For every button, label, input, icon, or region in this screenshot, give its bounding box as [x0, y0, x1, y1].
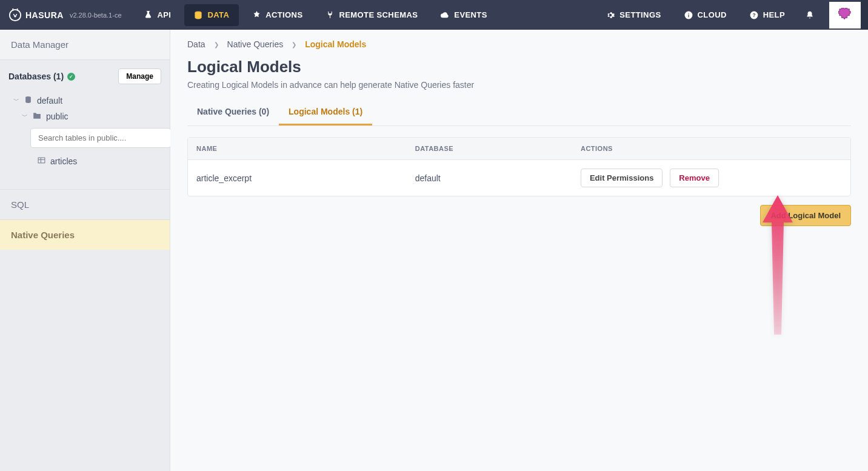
- sidebar-header: Data Manager: [0, 30, 170, 60]
- svg-rect-4: [688, 13, 689, 13]
- nav-remote-schemas[interactable]: REMOTE SCHEMAS: [316, 4, 427, 26]
- tab-native-queries[interactable]: Native Queries (0): [187, 101, 279, 125]
- page-subtitle: Creating Logical Models in advance can h…: [170, 80, 868, 101]
- plug-icon: [326, 11, 334, 19]
- cloud-icon: [441, 11, 449, 19]
- nav-actions[interactable]: ACTIONS: [242, 4, 312, 26]
- sidebar: Data Manager Databases (1) ✓ Manage ﹀ de…: [0, 30, 170, 471]
- db-tree: ﹀ default ﹀ public articles: [0, 93, 170, 170]
- info-icon: [684, 11, 693, 19]
- database-icon: [24, 96, 32, 105]
- nav-help-label: HELP: [763, 10, 785, 19]
- nav-api-label: API: [158, 10, 172, 19]
- schema-node-public[interactable]: ﹀ public: [8, 109, 161, 124]
- nav-events[interactable]: EVENTS: [431, 4, 496, 26]
- databases-header: Databases (1) ✓ Manage: [0, 60, 170, 93]
- database-icon: [194, 11, 202, 19]
- nav-data[interactable]: DATA: [184, 4, 239, 26]
- schema-name: public: [46, 112, 68, 121]
- actions-icon: [252, 11, 261, 19]
- nav-cloud-label: CLOUD: [698, 10, 727, 19]
- version-label: v2.28.0-beta.1-ce: [70, 12, 122, 19]
- flask-icon: [144, 11, 153, 19]
- nav-cloud[interactable]: CLOUD: [675, 4, 736, 26]
- edit-permissions-button[interactable]: Edit Permissions: [581, 169, 663, 187]
- crumb-native-queries[interactable]: Native Queries: [227, 39, 284, 49]
- chevron-down-icon: ﹀: [13, 96, 19, 105]
- table-name: articles: [50, 156, 77, 166]
- sidebar-link-sql[interactable]: SQL: [0, 189, 170, 219]
- svg-point-0: [10, 9, 21, 20]
- cell-actions: Edit Permissions Remove: [572, 160, 850, 196]
- topbar: HASURA v2.28.0-beta.1-ce API DATA ACTION…: [0, 0, 868, 30]
- love-button[interactable]: [829, 2, 861, 28]
- svg-text:?: ?: [752, 12, 755, 18]
- col-name: NAME: [188, 138, 407, 160]
- table-item-articles[interactable]: articles: [8, 153, 161, 170]
- nav-api[interactable]: API: [135, 4, 181, 26]
- spacer: [0, 170, 170, 189]
- crumb-logical-models: Logical Models: [305, 39, 366, 49]
- nav-actions-label: ACTIONS: [265, 10, 302, 19]
- layout: Data Manager Databases (1) ✓ Manage ﹀ de…: [0, 30, 868, 471]
- crumb-data[interactable]: Data: [187, 39, 205, 49]
- nav-settings-label: SETTINGS: [619, 10, 661, 19]
- page-title: Logical Models: [170, 55, 868, 80]
- cell-database: default: [407, 160, 572, 196]
- search-input[interactable]: [30, 128, 171, 148]
- main-content: Data ❯ Native Queries ❯ Logical Models L…: [170, 30, 868, 471]
- chevron-right-icon: ❯: [214, 41, 219, 48]
- databases-label: Databases (1): [8, 72, 64, 81]
- gear-icon: [606, 11, 615, 19]
- remove-button[interactable]: Remove: [670, 169, 719, 187]
- logical-models-table: NAME DATABASE ACTIONS article_excerpt de…: [187, 137, 851, 196]
- nav-events-label: EVENTS: [454, 10, 487, 19]
- scrollbar-track: [861, 0, 868, 30]
- cell-name: article_excerpt: [188, 160, 407, 196]
- tabs: Native Queries (0) Logical Models (1): [187, 101, 851, 126]
- col-actions: ACTIONS: [572, 138, 850, 160]
- col-database: DATABASE: [407, 138, 572, 160]
- topbar-right: SETTINGS CLOUD ? HELP: [595, 0, 868, 30]
- brand-name: HASURA: [25, 10, 64, 20]
- bell-icon: [806, 11, 814, 19]
- svg-rect-8: [38, 158, 45, 163]
- help-icon: ?: [750, 11, 758, 19]
- db-name: default: [37, 96, 62, 105]
- add-button-row: Add Logical Model: [170, 205, 868, 226]
- tab-logical-models[interactable]: Logical Models (1): [279, 101, 372, 125]
- manage-button[interactable]: Manage: [118, 68, 161, 84]
- add-logical-model-button[interactable]: Add Logical Model: [760, 205, 851, 226]
- breadcrumb: Data ❯ Native Queries ❯ Logical Models: [170, 30, 868, 55]
- nav-data-label: DATA: [207, 10, 229, 19]
- table-icon: [38, 156, 45, 166]
- brand[interactable]: HASURA: [0, 8, 70, 22]
- sidebar-link-native-queries[interactable]: Native Queries: [0, 219, 170, 250]
- hasura-logo-icon: [8, 8, 22, 22]
- nav-help[interactable]: ? HELP: [740, 4, 795, 26]
- db-node-default[interactable]: ﹀ default: [8, 93, 161, 109]
- folder-icon: [33, 112, 41, 121]
- notifications-button[interactable]: [798, 4, 821, 26]
- topbar-left: HASURA v2.28.0-beta.1-ce API DATA ACTION…: [0, 0, 499, 30]
- nav-remote-schemas-label: REMOTE SCHEMAS: [339, 10, 418, 19]
- table-search: [30, 128, 171, 148]
- nav-settings[interactable]: SETTINGS: [596, 4, 670, 26]
- heart-icon: [838, 8, 852, 22]
- svg-rect-3: [688, 14, 689, 17]
- check-icon: ✓: [67, 73, 75, 81]
- table-row: article_excerpt default Edit Permissions…: [188, 160, 850, 196]
- chevron-down-icon: ﹀: [22, 112, 28, 121]
- chevron-right-icon: ❯: [292, 41, 296, 48]
